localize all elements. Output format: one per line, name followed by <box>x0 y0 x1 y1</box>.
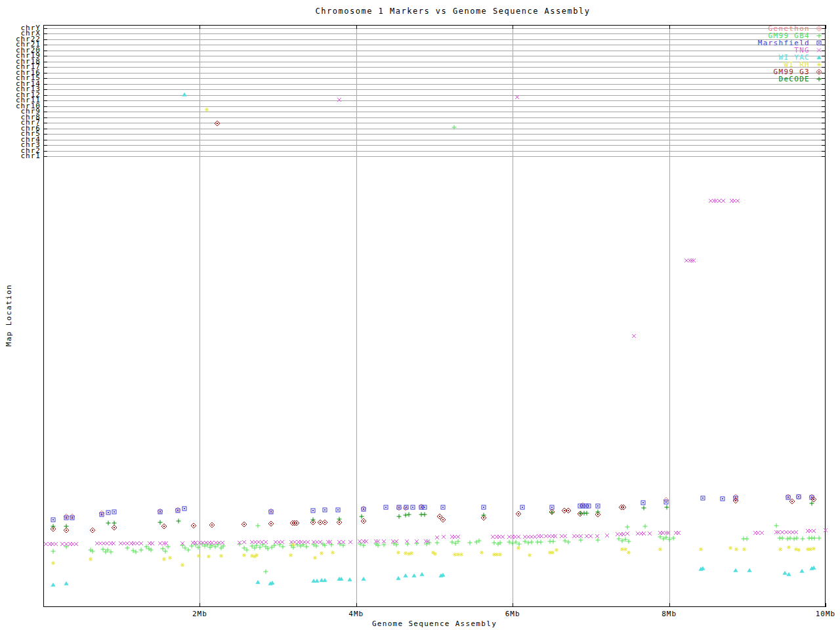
cross-marker-icon <box>814 47 824 54</box>
square-dot-marker-icon <box>814 39 824 47</box>
legend: GenethonGM99 GB4MarshfieldTNGWI YACWI RH… <box>758 25 824 83</box>
x-tick-label: 6Mb <box>497 610 528 618</box>
x-axis-title: Genome Sequence Assembly <box>43 620 826 628</box>
diamond-dot-marker-icon <box>814 25 824 32</box>
y-axis-title: Map Location <box>5 276 13 355</box>
plus-marker-icon <box>814 75 824 83</box>
legend-item: Marshfield <box>758 39 824 47</box>
series-decode <box>51 501 814 529</box>
series-wi-yac <box>51 93 816 587</box>
plot-area <box>0 0 840 630</box>
legend-label: DeCODE <box>778 75 810 83</box>
star-marker-icon <box>814 61 824 68</box>
diamond-dot-marker-icon <box>814 68 824 75</box>
series-tng <box>44 95 828 546</box>
series-gm99-g3 <box>51 121 816 533</box>
y-tick-label: chr1 <box>0 153 41 159</box>
x-tick-label: 8Mb <box>654 610 685 618</box>
x-tick-label: 10Mb <box>810 610 840 618</box>
series-marshfield <box>51 495 814 522</box>
triangle-marker-icon <box>814 54 824 61</box>
plus-marker-icon <box>814 32 824 39</box>
series-genethon <box>64 494 814 519</box>
legend-item: DeCODE <box>758 75 824 83</box>
series-gm99-gb4 <box>51 125 822 574</box>
x-tick-label: 4Mb <box>341 610 372 618</box>
chart-title: Chromosome 1 Markers vs Genome Sequence … <box>66 7 840 16</box>
chart-canvas: Chromosome 1 Markers vs Genome Sequence … <box>0 0 840 630</box>
x-tick-label: 2Mb <box>184 610 215 618</box>
